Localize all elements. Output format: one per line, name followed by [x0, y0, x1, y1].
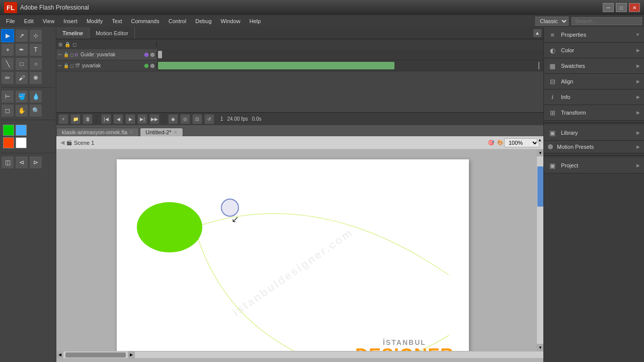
- text-tool[interactable]: T: [29, 43, 42, 56]
- scene-breadcrumb[interactable]: Scene 1: [74, 140, 94, 146]
- layer-yuvarlak-dot2: [150, 64, 154, 68]
- panel-header-info[interactable]: i Info ▶: [544, 89, 644, 105]
- green-ellipse[interactable]: [137, 202, 202, 252]
- menu-insert[interactable]: Insert: [59, 17, 82, 25]
- menu-window[interactable]: Window: [217, 17, 245, 25]
- panel-header-swatches[interactable]: ▦ Swatches ▶: [544, 58, 644, 73]
- blue-circle-motion[interactable]: [221, 199, 239, 217]
- scroll-up-btn[interactable]: ▲: [536, 136, 543, 143]
- menu-bar: File Edit View Insert Modify Text Comman…: [0, 15, 644, 27]
- panel-header-motion[interactable]: Motion Presets ▶: [544, 141, 644, 153]
- maximize-button[interactable]: □: [616, 3, 627, 12]
- timeline-collapse-btn[interactable]: ▲: [533, 29, 541, 37]
- tab-klasik-close[interactable]: ✕: [129, 130, 133, 135]
- panel-header-color[interactable]: ◐ Color ▶: [544, 43, 644, 58]
- color-section: [1, 123, 55, 150]
- transform-label: Transform: [561, 110, 586, 116]
- zoom-tool[interactable]: 🔍: [29, 104, 42, 117]
- eraser-tool[interactable]: ◻: [1, 104, 14, 117]
- stroke-color[interactable]: [3, 125, 14, 136]
- menu-help[interactable]: Help: [246, 17, 265, 25]
- panel-section-transform: ⊞ Transform ▶: [544, 105, 644, 121]
- right-scrollbar[interactable]: ▼ ▼: [536, 149, 543, 351]
- scrollbar-thumb-horizontal[interactable]: [65, 352, 126, 357]
- fill-swatch[interactable]: [16, 137, 27, 148]
- paint-bucket-tool[interactable]: 🪣: [15, 90, 28, 103]
- tab-untitled[interactable]: Untitled-2* ✕: [140, 128, 183, 136]
- panel-header-transform[interactable]: ⊞ Transform ▶: [544, 105, 644, 120]
- bone-tool[interactable]: ⊢: [1, 90, 14, 103]
- rect-tool[interactable]: □: [15, 57, 28, 70]
- layer-guide-frames[interactable]: [157, 49, 543, 60]
- close-button[interactable]: ✕: [629, 3, 640, 12]
- stroke-swatch[interactable]: [3, 137, 14, 148]
- menu-view[interactable]: View: [39, 17, 59, 25]
- add-layer-btn[interactable]: +: [58, 114, 68, 124]
- camera-icon: 🎯: [488, 140, 494, 145]
- scroll-down-arrow[interactable]: ▼: [537, 149, 543, 156]
- layer-yuvarlak-name: yuvarlak: [82, 63, 101, 68]
- lasso-tool[interactable]: ⌖: [1, 43, 14, 56]
- eyedropper-tool[interactable]: 💧: [29, 90, 42, 103]
- panel-header-properties[interactable]: ≡ Properties ▼: [544, 27, 644, 42]
- menu-control[interactable]: Control: [165, 17, 190, 25]
- loop-btn[interactable]: ↺: [204, 114, 214, 124]
- tab-untitled-close[interactable]: ✕: [174, 130, 178, 135]
- menu-edit[interactable]: Edit: [20, 17, 38, 25]
- hand-tool[interactable]: ✋: [15, 104, 28, 117]
- left-toolbar: ▶ ↗ ⊹ ⌖ ✒ T ╲ □ ○ ✏ 🖌 ❋ ⊢ 🪣 💧 ◻ ✋ 🔍: [0, 27, 56, 362]
- line-tool[interactable]: ╲: [1, 57, 14, 70]
- go-first-btn[interactable]: |◀: [101, 114, 111, 124]
- edit-markers-btn[interactable]: ⊡: [192, 114, 202, 124]
- panel-header-library[interactable]: ▣ Library ▶: [544, 125, 644, 140]
- panel-header-project[interactable]: ▣ Project ▶: [544, 158, 644, 173]
- tab-klasik[interactable]: klasik-animasyon-ornek.fla ✕: [56, 128, 139, 136]
- window-controls[interactable]: ─ □ ✕: [603, 3, 640, 12]
- pen-tool[interactable]: ✒: [15, 43, 28, 56]
- delete-layer-btn[interactable]: 🗑: [83, 114, 93, 124]
- deco-tool[interactable]: ❋: [29, 71, 42, 84]
- go-next-btn[interactable]: ▶|: [137, 114, 147, 124]
- search-input[interactable]: [572, 17, 642, 25]
- onion-outlines-btn[interactable]: ◎: [180, 114, 190, 124]
- free-transform-tool[interactable]: ⊹: [29, 29, 42, 42]
- tab-motion-editor[interactable]: Motion Editor: [90, 27, 135, 39]
- scroll-right-arrow[interactable]: ▶: [128, 351, 135, 358]
- menu-file[interactable]: File: [2, 17, 19, 25]
- menu-modify[interactable]: Modify: [83, 17, 107, 25]
- menu-debug[interactable]: Debug: [191, 17, 215, 25]
- go-last-btn[interactable]: ▶▶: [149, 114, 159, 124]
- titlebar-left: FL Adobe Flash Professional: [4, 2, 89, 13]
- onion-btn[interactable]: ⊳: [29, 156, 42, 169]
- add-folder-btn[interactable]: 📁: [70, 114, 80, 124]
- brush-tool[interactable]: 🖌: [15, 71, 28, 84]
- pencil-tool[interactable]: ✏: [1, 71, 14, 84]
- menu-text[interactable]: Text: [108, 17, 126, 25]
- layer-yuvarlak-frames[interactable]: [157, 60, 543, 71]
- layer-guide: ⊢ 🔒 ◻ ⊙ Guide: yuvarlak: [56, 49, 543, 60]
- stage-area[interactable]: ◀ 🎬 Scene 1 🎯 🎨 100% 50% 200% Fit in Win…: [56, 136, 543, 362]
- snap-btn[interactable]: ⊲: [15, 156, 28, 169]
- go-prev-btn[interactable]: ◀: [113, 114, 123, 124]
- scroll-bottom-arrow[interactable]: ▼: [537, 344, 543, 351]
- scrollbar-thumb-vertical[interactable]: [537, 166, 543, 207]
- onion-skin-btn[interactable]: ◉: [168, 114, 178, 124]
- play-btn[interactable]: ▶: [125, 114, 135, 124]
- options-btn-1[interactable]: ◫: [1, 156, 14, 169]
- panel-header-align[interactable]: ⊟ Align ▶: [544, 74, 644, 89]
- selection-tool[interactable]: ▶: [1, 29, 14, 42]
- bottom-scrollbar[interactable]: ◀ ▶: [56, 351, 543, 358]
- subselection-tool[interactable]: ↗: [15, 29, 28, 42]
- app-title: Adobe Flash Professional: [20, 4, 89, 11]
- tab-timeline[interactable]: Timeline: [56, 27, 90, 39]
- menu-commands[interactable]: Commands: [127, 17, 163, 25]
- scene-back-arrow: ◀: [60, 139, 64, 146]
- workspace-preset[interactable]: Classic: [535, 17, 569, 26]
- center-area: Timeline Motion Editor ▲ ⊞ 🔒 ◻ 5 10 15: [56, 27, 543, 362]
- canvas-stage[interactable]: istanbuldesigner.com ↙ İST: [56, 149, 543, 351]
- fill-color[interactable]: [16, 125, 27, 136]
- oval-tool[interactable]: ○: [29, 57, 42, 70]
- scroll-left-arrow[interactable]: ◀: [56, 351, 63, 358]
- zoom-select[interactable]: 100% 50% 200% Fit in Window: [504, 138, 539, 147]
- minimize-button[interactable]: ─: [603, 3, 614, 12]
